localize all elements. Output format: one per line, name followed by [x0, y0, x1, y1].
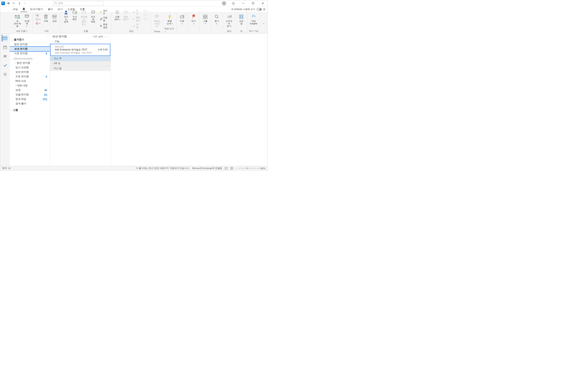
cleanup-button[interactable]: ▾ [34, 17, 41, 21]
favorites-header[interactable]: ⌄즐겨찾기 [10, 37, 50, 42]
gear-icon [100, 24, 102, 27]
folder-deleted[interactable]: 지운 편지함9 [10, 74, 50, 79]
svg-rect-36 [240, 17, 241, 18]
junk-button[interactable]: ▾ [34, 21, 41, 25]
view-normal-icon[interactable] [225, 167, 228, 170]
maximize-button[interactable] [249, 0, 258, 6]
new-mail-button[interactable]: 새 전자 메일 [12, 13, 22, 28]
ignore-button[interactable] [34, 13, 41, 17]
date-group-last-week[interactable]: ›지난 주 [50, 56, 111, 61]
feedback-button[interactable]: 피드백 채팅 [89, 9, 97, 24]
reply-opts-icon [123, 10, 129, 15]
ribbon-collapse-icon[interactable]: ⌄ [260, 21, 267, 24]
qat-overflow-icon[interactable]: ▾ [23, 1, 27, 5]
folder-deleted-fav[interactable]: 지운 편지함9 [10, 51, 50, 56]
titlebar: ▾ 검색 [0, 0, 267, 6]
undo-icon[interactable] [12, 1, 16, 5]
nav-todo[interactable] [2, 62, 8, 68]
all-apps-button[interactable]: 모든 앱 [237, 13, 245, 25]
search-input[interactable]: 검색 [53, 1, 104, 6]
nav-people[interactable] [2, 53, 8, 59]
groups-header[interactable]: ›그룹 [10, 106, 50, 113]
find-button[interactable]: 찾기▾ [213, 13, 221, 25]
archive-button[interactable]: 보관 [50, 13, 59, 23]
org-search-button[interactable]: 조직도 검색 [62, 9, 70, 24]
quick-steps-button[interactable]: 빠른 단계 ▾ [166, 13, 174, 25]
im-button: ▾ [142, 13, 149, 17]
account-header[interactable]: ⌄(blurred account) [10, 56, 50, 61]
svg-rect-29 [206, 15, 207, 16]
zoom-control[interactable]: − + 100% [236, 167, 265, 170]
menu-folder[interactable]: 폴더 [46, 7, 55, 12]
svg-rect-35 [242, 15, 243, 16]
folder-archive[interactable]: 보관44 [10, 88, 50, 92]
ribbon-group-find: 찾기▾ [211, 12, 223, 33]
ignore-icon [35, 13, 39, 17]
folder-rss[interactable]: RSS 피드 [10, 79, 50, 83]
folder-outbox[interactable]: 보낼 편지함[1] [10, 92, 50, 97]
folder-search[interactable]: 검색 폴더 [10, 101, 50, 106]
ribbon-group-respond: 스팸 관리 ▾ 응답 옵션 ▾ 회신 전체 회신 전달 ▾ ▾ ▾ 응답 [112, 12, 151, 33]
folder-inbox[interactable]: › 받은 편지함 [10, 61, 50, 65]
nav-mail[interactable] [2, 35, 8, 41]
menu-file[interactable]: 파일 [11, 7, 20, 12]
spam-icon [114, 10, 120, 15]
notification-icon[interactable] [229, 0, 238, 6]
svg-rect-47 [231, 167, 233, 169]
totle-qat-icon[interactable] [17, 1, 21, 5]
group-title-apps: 앱 [240, 29, 242, 33]
ribbon-group-totle: 조직도 검색 수신 확인 예약발송 확인/취소 피드백 채팅 알리미 파일함 환… [60, 12, 112, 33]
zoom-minus-icon[interactable]: − [236, 167, 237, 170]
new-items-button[interactable]: 새 항목▾ [23, 13, 31, 28]
folder-conversations[interactable]: › 대화 내용 [10, 83, 50, 88]
menu-home[interactable]: 홈 [21, 7, 27, 12]
receipt-icon [72, 10, 78, 15]
attach-icon [100, 17, 102, 21]
folder-sent-fav[interactable]: 보낸 편지함 [10, 47, 50, 51]
nav-more[interactable] [2, 71, 8, 77]
alert-button[interactable]: 알리미 [98, 9, 110, 15]
viva-button[interactable]: Viva Insights [249, 13, 259, 25]
read-aloud-button[interactable]: 가소리내어 읽기 [224, 13, 234, 28]
date-group-3w[interactable]: ›3주 전 [50, 61, 111, 66]
folder-junk[interactable]: 정크 메일[71] [10, 97, 50, 101]
feedback-icon [90, 10, 96, 15]
zoom-plus-icon[interactable]: + [257, 167, 259, 170]
menu-send-receive[interactable]: 보내기/받기 [28, 7, 45, 12]
folder-drafts[interactable]: 임시 보관함 [10, 65, 50, 70]
ribbon-group-groups: 그룹▾ [200, 12, 211, 33]
all-apps-icon [238, 14, 244, 19]
folder-collapse-handle[interactable]: ‹ [10, 33, 50, 37]
delete-button[interactable]: 삭제 [42, 13, 50, 23]
minimize-button[interactable] [239, 0, 248, 6]
groups-button[interactable]: 그룹▾ [201, 13, 209, 25]
nav-calendar[interactable] [2, 44, 8, 50]
outlook-window: ▾ 검색 파일 홈 보내기/받기 폴더 보기 도움말 토틀 새 Outlook … [0, 0, 268, 171]
spam-button[interactable]: 스팸 관리 ▾ [113, 9, 121, 21]
user-avatar[interactable] [222, 1, 226, 5]
date-group-last-month[interactable]: ›지난 달 [50, 66, 111, 71]
move-button[interactable]: 이동▾ [178, 13, 186, 25]
folder-inbox-fav[interactable]: 받은 편지함 [10, 42, 50, 47]
sort-asc-icon[interactable]: ↑ [107, 35, 108, 38]
zoom-slider[interactable] [238, 168, 256, 169]
group-title-delete: 삭제 [44, 29, 49, 33]
new-outlook-toggle[interactable] [256, 8, 262, 11]
close-button[interactable] [258, 0, 267, 6]
filebox-button[interactable]: 파일함 [98, 16, 110, 22]
message-list-pane: 보낸 편지함 기준: 날짜⌄↑ ⌄오늘 (blurred) totle Ente… [50, 33, 111, 166]
tags-button[interactable]: 태그▾ [189, 13, 198, 25]
group-title-new: 새로 만들기 [16, 29, 27, 33]
sync-icon[interactable] [6, 1, 10, 5]
bell-icon [100, 11, 102, 14]
ribbon-group-tags: 태그▾ [188, 12, 200, 33]
sort-control[interactable]: 기준: 날짜⌄↑ [93, 35, 108, 38]
flag-icon [191, 14, 197, 19]
receipt-button[interactable]: 수신 확인 [71, 9, 79, 21]
folder-sent[interactable]: 보낸 편지함 [10, 70, 50, 74]
settings-button[interactable]: 환경설정 [98, 22, 110, 29]
mail-item-selected[interactable]: (blurred) totle Enterprise 예약발송 TEST오후 5… [50, 44, 110, 56]
view-reading-icon[interactable] [230, 167, 233, 170]
date-group-today[interactable]: ⌄오늘 [50, 39, 111, 44]
new-mail-icon [14, 14, 20, 19]
